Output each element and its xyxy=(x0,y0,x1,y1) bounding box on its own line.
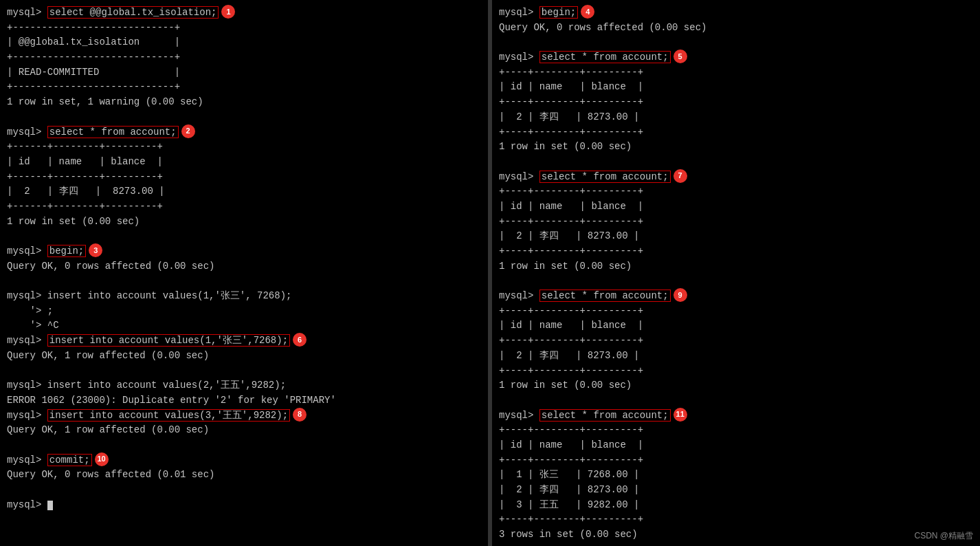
command-box: commit; xyxy=(47,454,92,466)
terminal-line: +----+--------+---------+ xyxy=(499,95,973,110)
terminal-line: | id | name | blance | xyxy=(499,199,973,215)
prompt-text: mysql> xyxy=(499,171,539,182)
terminal-line: | 2 | 李四 | 8273.00 | xyxy=(499,229,973,244)
terminal-line: 1 row in set, 1 warning (0.00 sec) xyxy=(7,95,481,110)
terminal-line: +----+--------+---------+ xyxy=(499,184,973,199)
terminal-line: mysql> select * from account;2 xyxy=(7,125,481,140)
command-box: begin; xyxy=(539,6,578,19)
terminal-line: mysql> select * from account;11 xyxy=(499,408,973,424)
terminal-line: +----+--------+---------+ xyxy=(499,364,973,379)
terminal-line: +------+--------+---------+ xyxy=(7,140,481,155)
prompt-text: mysql> xyxy=(7,7,47,18)
prompt-text: mysql> xyxy=(499,410,539,421)
terminal-line: '> ^C xyxy=(7,318,481,334)
terminal-line: mysql> begin;4 xyxy=(499,6,973,21)
command-box: insert into account values(3,'王五',9282); xyxy=(47,409,290,422)
terminal-line: Query OK, 0 rows affected (0.00 sec) xyxy=(7,259,481,274)
terminal-line xyxy=(7,274,481,289)
terminal-line: | 2 | 李四 | 8273.00 | xyxy=(499,483,973,498)
terminal-line: +----+--------+---------+ xyxy=(499,512,973,527)
terminal-line xyxy=(7,483,481,498)
terminal-line: +----------------------------+ xyxy=(7,50,481,65)
terminal-line: | id | name | blance | xyxy=(499,438,973,453)
terminal-line xyxy=(499,35,973,50)
terminal-line xyxy=(499,393,973,408)
prompt-text: mysql> xyxy=(7,499,47,510)
terminal-line: mysql> insert into account values(1,'张三'… xyxy=(7,334,481,349)
command-box: select * from account; xyxy=(539,171,671,183)
terminal-line: | @@global.tx_isolation | xyxy=(7,35,481,50)
right-terminal: CSDN @精融雪 mysql> begin;4Query OK, 0 rows… xyxy=(492,0,980,546)
terminal-line: +----------------------------+ xyxy=(7,80,481,95)
terminal-line: Query OK, 1 row affected (0.00 sec) xyxy=(7,349,481,364)
terminal-line: | 1 | 张三 | 7268.00 | xyxy=(499,468,973,483)
terminal-line: +----+--------+---------+ xyxy=(499,125,973,140)
prompt-text: mysql> xyxy=(499,7,539,18)
terminal-line: mysql> begin;3 xyxy=(7,244,481,259)
terminal-line: 1 row in set (0.00 sec) xyxy=(499,378,973,393)
command-box: select * from account; xyxy=(539,51,671,63)
prompt-text: mysql> xyxy=(7,410,47,421)
terminal-line: Query OK, 0 rows affected (0.00 sec) xyxy=(499,21,973,36)
terminal-line: 1 row in set (0.00 sec) xyxy=(7,215,481,230)
step-badge: 7 xyxy=(673,169,687,183)
terminal-line: +----+--------+---------+ xyxy=(499,423,973,438)
terminal-line xyxy=(7,438,481,453)
prompt-text: mysql> xyxy=(499,52,539,63)
terminal-line: mysql> select * from account;9 xyxy=(499,289,973,304)
step-badge: 6 xyxy=(293,333,307,347)
terminal-line: Query OK, 1 row affected (0.00 sec) xyxy=(7,423,481,438)
prompt-text: mysql> xyxy=(7,127,47,138)
terminal-line: mysql> insert into account values(1,'张三'… xyxy=(7,289,481,304)
terminal-line: mysql> commit;10 xyxy=(7,453,481,468)
terminal-line xyxy=(7,110,481,125)
terminal-line: mysql> select * from account;7 xyxy=(499,170,973,185)
terminal-line: 1 row in set (0.00 sec) xyxy=(499,259,973,274)
left-terminal: mysql> select @@global.tx_isolation;1+--… xyxy=(0,0,488,546)
command-box: select @@global.tx_isolation; xyxy=(47,6,219,19)
terminal-line xyxy=(7,364,481,379)
terminal-line: mysql> xyxy=(7,498,481,513)
terminal-line: | id | name | blance | xyxy=(7,155,481,170)
terminal-line: +----+--------+---------+ xyxy=(499,334,973,349)
prompt-text: mysql> xyxy=(7,455,47,466)
step-badge: 10 xyxy=(95,452,109,466)
terminal-line: mysql> select * from account;5 xyxy=(499,50,973,65)
terminal-line: +------+--------+---------+ xyxy=(7,170,481,185)
step-badge: 9 xyxy=(673,288,687,302)
terminal-line: | id | name | blance | xyxy=(499,318,973,334)
terminal-line: 3 rows in set (0.00 sec) xyxy=(499,527,973,543)
command-box: begin; xyxy=(47,245,86,257)
terminal-line xyxy=(499,155,973,170)
watermark: CSDN @精融雪 xyxy=(914,530,973,542)
step-badge: 1 xyxy=(221,5,235,19)
step-badge: 8 xyxy=(293,408,307,422)
prompt-text: mysql> xyxy=(499,290,539,301)
terminal-line: ERROR 1062 (23000): Duplicate entry '2' … xyxy=(7,393,481,408)
terminal-line: mysql> select @@global.tx_isolation;1 xyxy=(7,6,481,21)
terminal-line: | 2 | 李四 | 8273.00 | xyxy=(499,349,973,364)
terminal-line: +----+--------+---------+ xyxy=(499,304,973,319)
terminal-line: +----+--------+---------+ xyxy=(499,453,973,468)
terminal-line: Query OK, 0 rows affected (0.01 sec) xyxy=(7,468,481,483)
terminal-line: +----+--------+---------+ xyxy=(499,215,973,230)
step-badge: 5 xyxy=(673,50,687,63)
prompt-text: mysql> xyxy=(7,335,47,346)
command-box: insert into account values(1,'张三',7268); xyxy=(47,334,290,347)
terminal-line: mysql> insert into account values(2,'王五'… xyxy=(7,378,481,393)
terminal-line: | 3 | 王五 | 9282.00 | xyxy=(499,498,973,513)
step-badge: 11 xyxy=(673,408,687,422)
terminal-line: +------+--------+---------+ xyxy=(7,199,481,215)
prompt-text: mysql> xyxy=(7,245,47,256)
terminal-line xyxy=(499,274,973,289)
step-badge: 3 xyxy=(89,243,102,257)
command-box: select * from account; xyxy=(47,126,179,138)
terminal-line: 1 row in set (0.00 sec) xyxy=(499,140,973,155)
terminal-line: +----+--------+---------+ xyxy=(499,244,973,259)
terminal-line: '> ; xyxy=(7,304,481,319)
terminal-line: | READ-COMMITTED | xyxy=(7,65,481,80)
terminal-line: | id | name | blance | xyxy=(499,80,973,95)
step-badge: 2 xyxy=(181,124,195,138)
terminal-line: +----------------------------+ xyxy=(7,21,481,36)
command-box: select * from account; xyxy=(539,409,671,422)
